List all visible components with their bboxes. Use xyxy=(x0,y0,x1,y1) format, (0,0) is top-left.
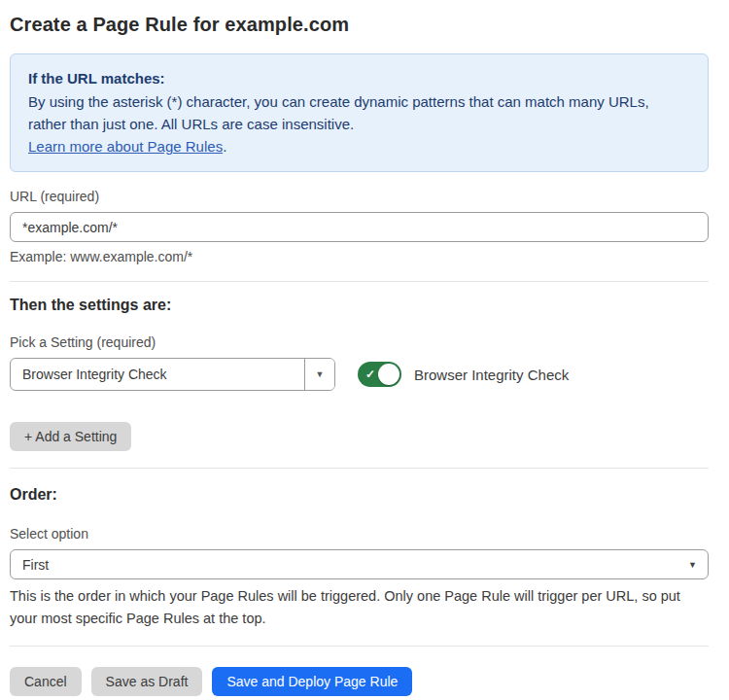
info-box-heading: If the URL matches: xyxy=(28,67,690,89)
divider xyxy=(10,468,709,469)
order-select-value: First xyxy=(22,557,49,573)
save-and-deploy-button[interactable]: Save and Deploy Page Rule xyxy=(212,667,412,696)
info-box-body: By using the asterisk (*) character, you… xyxy=(28,90,685,135)
url-label: URL (required) xyxy=(10,189,709,204)
setting-row: Browser Integrity Check ▼ ✓ Browser Inte… xyxy=(10,358,709,391)
dropdown-arrow-icon[interactable]: ▼ xyxy=(304,359,334,390)
order-select[interactable]: First ▼ xyxy=(10,549,709,579)
url-matches-info-box: If the URL matches: By using the asteris… xyxy=(10,53,709,172)
pick-setting-label: Pick a Setting (required) xyxy=(10,334,709,350)
settings-section-heading: Then the settings are: xyxy=(10,297,709,314)
footer-actions: Cancel Save as Draft Save and Deploy Pag… xyxy=(10,667,709,696)
page-title: Create a Page Rule for example.com xyxy=(10,14,709,36)
toggle-knob xyxy=(378,364,399,385)
learn-more-link[interactable]: Learn more about Page Rules xyxy=(28,138,223,155)
save-as-draft-button[interactable]: Save as Draft xyxy=(91,667,203,696)
toggle-label: Browser Integrity Check xyxy=(414,367,569,383)
add-setting-button[interactable]: + Add a Setting xyxy=(10,422,131,451)
setting-toggle[interactable]: ✓ xyxy=(358,362,401,387)
setting-dropdown-value: Browser Integrity Check xyxy=(11,359,304,390)
url-input[interactable] xyxy=(10,212,709,242)
divider xyxy=(10,646,709,647)
divider xyxy=(10,281,709,282)
toggle-check-icon: ✓ xyxy=(365,368,375,381)
url-example-text: Example: www.example.com/* xyxy=(10,249,709,264)
create-page-rule-form: Create a Page Rule for example.com If th… xyxy=(0,0,729,700)
cancel-button[interactable]: Cancel xyxy=(10,667,82,696)
info-box-link-line: Learn more about Page Rules. xyxy=(28,135,690,158)
order-section-heading: Order: xyxy=(10,486,709,504)
order-description: This is the order in which your Page Rul… xyxy=(10,585,709,630)
link-suffix: . xyxy=(223,138,226,155)
setting-dropdown[interactable]: Browser Integrity Check ▼ xyxy=(10,358,335,391)
select-option-label: Select option xyxy=(10,526,709,542)
select-chevron-icon: ▼ xyxy=(688,560,697,570)
